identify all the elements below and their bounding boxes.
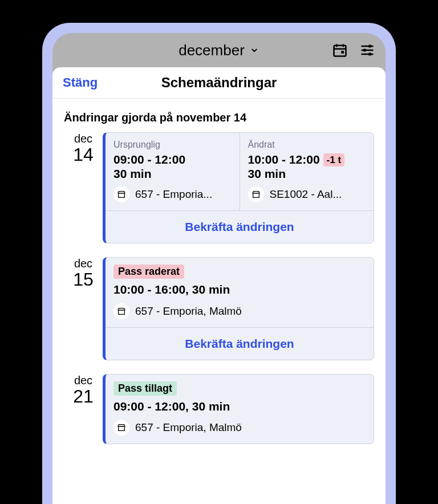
confirm-button[interactable]: Bekräfta ändringen bbox=[106, 210, 374, 243]
confirm-button[interactable]: Bekräfta ändringen bbox=[106, 327, 374, 360]
original-location: 657 - Emporia... bbox=[135, 188, 212, 201]
changed-break: 30 min bbox=[248, 167, 366, 181]
change-entry: dec 14 Ursprunglig 09:00 - 12:00 30 min bbox=[52, 132, 386, 257]
changed-location-row: SE1002 - Aal... bbox=[248, 186, 366, 202]
store-icon bbox=[113, 186, 129, 202]
date-month: dec bbox=[64, 257, 103, 270]
shift-location: 657 - Emporia, Malmö bbox=[135, 421, 242, 434]
changed-label: Ändrat bbox=[248, 140, 366, 150]
change-card: Pass raderat 10:00 - 16:00, 30 min 657 -… bbox=[103, 257, 374, 360]
store-icon bbox=[113, 420, 129, 436]
shift-time: 09:00 - 12:00, 30 min bbox=[113, 399, 366, 414]
changed-time: 10:00 - 12:00 bbox=[248, 152, 320, 167]
shift-location: 657 - Emporia, Malmö bbox=[135, 305, 242, 318]
card-split: Ursprunglig 09:00 - 12:00 30 min 657 - E… bbox=[106, 133, 374, 210]
svg-rect-2 bbox=[341, 51, 344, 54]
svg-rect-10 bbox=[368, 53, 371, 56]
calendar-icon[interactable] bbox=[332, 42, 348, 58]
location-row: 657 - Emporia, Malmö bbox=[113, 303, 366, 319]
original-time: 09:00 - 12:00 bbox=[113, 152, 232, 167]
svg-rect-9 bbox=[363, 49, 366, 52]
status-badge-deleted: Pass raderat bbox=[113, 265, 184, 279]
date-month: dec bbox=[64, 374, 103, 387]
date-column: dec 21 bbox=[64, 374, 103, 444]
sheet-title: Schemaändringar bbox=[161, 75, 277, 91]
changed-time-row: 10:00 - 12:00 -1 t bbox=[248, 152, 366, 167]
month-label: december bbox=[179, 42, 245, 59]
date-day: 15 bbox=[64, 270, 103, 288]
changed-column: Ändrat 10:00 - 12:00 -1 t 30 min SE1002 bbox=[240, 133, 374, 210]
change-card: Pass tillagt 09:00 - 12:00, 30 min 657 -… bbox=[103, 374, 374, 444]
original-break: 30 min bbox=[113, 167, 232, 181]
card-body: Pass raderat 10:00 - 16:00, 30 min 657 -… bbox=[106, 258, 374, 327]
changes-sheet: Stäng Schemaändringar Ändringar gjorda p… bbox=[52, 67, 386, 504]
shift-time: 10:00 - 16:00, 30 min bbox=[113, 282, 366, 297]
date-month: dec bbox=[64, 132, 103, 145]
date-day: 21 bbox=[64, 387, 103, 405]
card-body: Pass tillagt 09:00 - 12:00, 30 min 657 -… bbox=[106, 375, 374, 444]
store-icon bbox=[113, 303, 129, 319]
date-column: dec 14 bbox=[64, 132, 103, 243]
section-heading: Ändringar gjorda på november 14 bbox=[52, 99, 386, 132]
svg-rect-0 bbox=[334, 46, 346, 56]
chevron-down-icon bbox=[249, 45, 259, 55]
close-button[interactable]: Stäng bbox=[63, 75, 98, 90]
time-delta-badge: -1 t bbox=[323, 153, 345, 166]
sheet-header: Stäng Schemaändringar bbox=[52, 67, 386, 99]
changed-location: SE1002 - Aal... bbox=[270, 188, 342, 201]
phone-frame: december Stäng Schemaändringar Ändringar… bbox=[42, 23, 396, 504]
location-row: 657 - Emporia, Malmö bbox=[113, 420, 366, 436]
original-column: Ursprunglig 09:00 - 12:00 30 min 657 - E… bbox=[106, 133, 240, 210]
store-icon bbox=[248, 186, 264, 202]
top-bar-actions bbox=[332, 42, 375, 58]
date-day: 14 bbox=[64, 145, 103, 164]
svg-rect-8 bbox=[368, 45, 371, 48]
top-bar: december bbox=[52, 33, 386, 67]
original-label: Ursprunglig bbox=[113, 140, 232, 150]
status-badge-added: Pass tillagt bbox=[113, 381, 177, 396]
date-column: dec 15 bbox=[64, 257, 103, 360]
change-entry: dec 21 Pass tillagt 09:00 - 12:00, 30 mi… bbox=[52, 374, 386, 458]
change-entry: dec 15 Pass raderat 10:00 - 16:00, 30 mi… bbox=[52, 257, 386, 373]
tune-icon[interactable] bbox=[359, 42, 375, 58]
phone-screen: december Stäng Schemaändringar Ändringar… bbox=[52, 33, 386, 504]
change-card: Ursprunglig 09:00 - 12:00 30 min 657 - E… bbox=[103, 132, 374, 243]
month-dropdown[interactable]: december bbox=[179, 42, 259, 59]
original-location-row: 657 - Emporia... bbox=[113, 186, 232, 202]
